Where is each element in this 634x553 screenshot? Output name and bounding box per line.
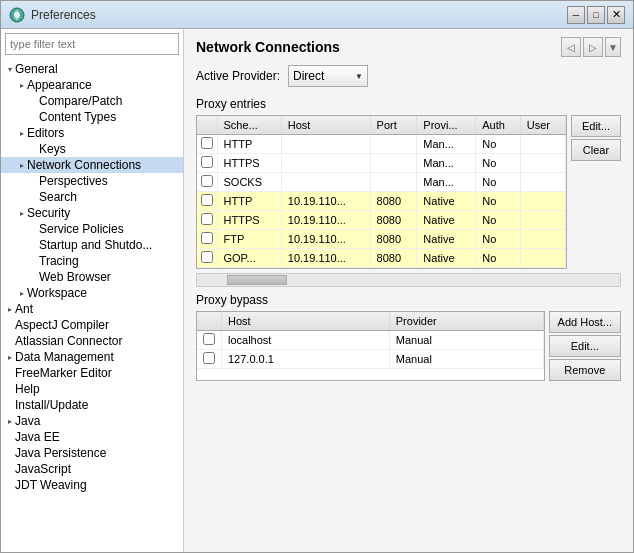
sidebar-item-content-types[interactable]: Content Types — [1, 109, 183, 125]
sidebar-item-label: Search — [39, 190, 77, 204]
sidebar-item-javascript[interactable]: JavaScript — [1, 461, 183, 477]
sidebar-item-java[interactable]: ▸Java — [1, 413, 183, 429]
minimize-button[interactable]: ─ — [567, 6, 585, 24]
maximize-button[interactable]: □ — [587, 6, 605, 24]
sidebar-item-label: Ant — [15, 302, 33, 316]
proxy-cell-4: No — [476, 249, 520, 268]
proxy-cell-2 — [370, 154, 417, 173]
remove-button[interactable]: Remove — [549, 359, 621, 381]
proxy-cell-1 — [281, 154, 370, 173]
sidebar-item-security[interactable]: ▸Security — [1, 205, 183, 221]
forward-button[interactable]: ▷ — [583, 37, 603, 57]
bypass-edit-button[interactable]: Edit... — [549, 335, 621, 357]
proxy-cell-0: HTTPS — [217, 211, 281, 230]
proxy-row-checkbox[interactable] — [201, 251, 213, 263]
proxy-row-checkbox[interactable] — [201, 194, 213, 206]
sidebar-item-label: Service Policies — [39, 222, 124, 236]
sidebar-item-label: Content Types — [39, 110, 116, 124]
proxy-cell-5 — [520, 154, 565, 173]
proxy-col-0: Sche... — [217, 116, 281, 135]
sidebar-item-label: Java Persistence — [15, 446, 106, 460]
tree-arrow-icon: ▸ — [17, 81, 27, 90]
sidebar-item-tracing[interactable]: Tracing — [1, 253, 183, 269]
sidebar-item-appearance[interactable]: ▸Appearance — [1, 77, 183, 93]
proxy-clear-button[interactable]: Clear — [571, 139, 621, 161]
proxy-cell-1: 10.19.110... — [281, 211, 370, 230]
proxy-edit-button[interactable]: Edit... — [571, 115, 621, 137]
proxy-row: SOCKSMan...No — [197, 173, 566, 192]
sidebar-item-workspace[interactable]: ▸Workspace — [1, 285, 183, 301]
proxy-row: HTTPSMan...No — [197, 154, 566, 173]
add-host-button[interactable]: Add Host... — [549, 311, 621, 333]
proxy-row-checkbox[interactable] — [201, 232, 213, 244]
proxy-row-checkbox[interactable] — [201, 156, 213, 168]
proxy-cell-0: GOP... — [217, 249, 281, 268]
sidebar-item-startup[interactable]: Startup and Shutdo... — [1, 237, 183, 253]
proxy-cell-0: HTTP — [217, 135, 281, 154]
tree-arrow-icon: ▸ — [5, 417, 15, 426]
sidebar-item-label: Data Management — [15, 350, 114, 364]
sidebar-item-label: Install/Update — [15, 398, 88, 412]
sidebar-item-label: Startup and Shutdo... — [39, 238, 152, 252]
proxy-col-3: Provi... — [417, 116, 476, 135]
bypass-row: localhostManual — [197, 331, 543, 350]
bypass-col-checkbox — [197, 312, 222, 331]
window-title: Preferences — [31, 8, 567, 22]
bypass-col-0: Host — [222, 312, 390, 331]
proxy-cell-1 — [281, 135, 370, 154]
proxy-cell-0: HTTPS — [217, 154, 281, 173]
sidebar-item-help[interactable]: Help — [1, 381, 183, 397]
close-button[interactable]: ✕ — [607, 6, 625, 24]
sidebar-item-keys[interactable]: Keys — [1, 141, 183, 157]
proxy-cell-3: Native — [417, 192, 476, 211]
sidebar-item-search[interactable]: Search — [1, 189, 183, 205]
bypass-row-checkbox[interactable] — [203, 352, 215, 364]
sidebar-item-label: Help — [15, 382, 40, 396]
app-icon — [9, 7, 25, 23]
proxy-cell-3: Native — [417, 249, 476, 268]
back-button[interactable]: ◁ — [561, 37, 581, 57]
sidebar-item-ant[interactable]: ▸Ant — [1, 301, 183, 317]
proxy-scrollbar[interactable] — [196, 273, 621, 287]
sidebar-item-data-mgmt[interactable]: ▸Data Management — [1, 349, 183, 365]
proxy-row: FTP10.19.110...8080NativeNo — [197, 230, 566, 249]
provider-arrow-icon: ▼ — [355, 72, 363, 81]
sidebar-item-perspectives[interactable]: Perspectives — [1, 173, 183, 189]
sidebar-item-label: Java EE — [15, 430, 60, 444]
sidebar-item-general[interactable]: ▾General — [1, 61, 183, 77]
proxy-cell-0: HTTP — [217, 192, 281, 211]
sidebar-item-aspectj[interactable]: AspectJ Compiler — [1, 317, 183, 333]
proxy-row-checkbox[interactable] — [201, 137, 213, 149]
proxy-cell-1: 10.19.110... — [281, 249, 370, 268]
sidebar-item-editors[interactable]: ▸Editors — [1, 125, 183, 141]
sidebar-item-java-persist[interactable]: Java Persistence — [1, 445, 183, 461]
nav-dropdown-button[interactable]: ▼ — [605, 37, 621, 57]
sidebar-item-label: Java — [15, 414, 40, 428]
page-title: Network Connections — [196, 39, 340, 55]
proxy-cell-5 — [520, 192, 565, 211]
sidebar-item-jdt[interactable]: JDT Weaving — [1, 477, 183, 493]
proxy-cell-3: Man... — [417, 135, 476, 154]
proxy-row-checkbox[interactable] — [201, 213, 213, 225]
bypass-row-checkbox[interactable] — [203, 333, 215, 345]
sidebar-item-atlassian[interactable]: Atlassian Connector — [1, 333, 183, 349]
proxy-entries-label: Proxy entries — [184, 95, 633, 115]
filter-input[interactable] — [5, 33, 179, 55]
sidebar-item-compare[interactable]: Compare/Patch — [1, 93, 183, 109]
sidebar-item-service-policies[interactable]: Service Policies — [1, 221, 183, 237]
sidebar-item-java-ee[interactable]: Java EE — [1, 429, 183, 445]
window-controls: ─ □ ✕ — [567, 6, 625, 24]
sidebar-item-network[interactable]: ▸Network Connections — [1, 157, 183, 173]
proxy-cell-5 — [520, 135, 565, 154]
sidebar-item-freemarker[interactable]: FreeMarker Editor — [1, 365, 183, 381]
sidebar-item-install[interactable]: Install/Update — [1, 397, 183, 413]
svg-point-1 — [14, 12, 20, 18]
proxy-row-checkbox[interactable] — [201, 175, 213, 187]
sidebar-item-label: Workspace — [27, 286, 87, 300]
proxy-cell-2: 8080 — [370, 249, 417, 268]
sidebar-item-web-browser[interactable]: Web Browser — [1, 269, 183, 285]
proxy-bypass-label: Proxy bypass — [184, 291, 633, 311]
active-provider-select[interactable]: Direct ▼ — [288, 65, 368, 87]
proxy-cell-2 — [370, 173, 417, 192]
proxy-col-1: Host — [281, 116, 370, 135]
